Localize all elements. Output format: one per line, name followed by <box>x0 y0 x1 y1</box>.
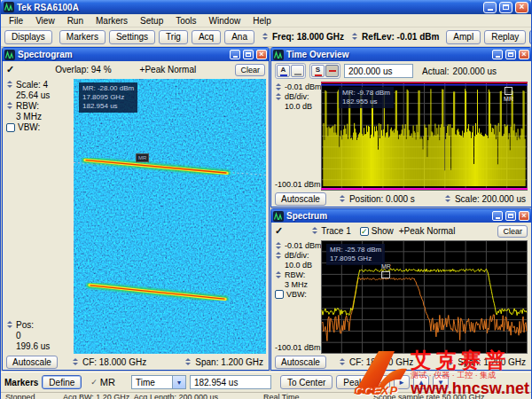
panel-minimize-button[interactable] <box>230 50 240 59</box>
span-readout[interactable]: Span: 1.200 GHz <box>195 357 263 367</box>
minimize-button[interactable] <box>483 2 497 13</box>
peak-right-button[interactable]: ► <box>394 375 410 389</box>
scale-spinner-icon[interactable] <box>444 195 451 203</box>
to-center-button[interactable]: To Center <box>280 375 332 389</box>
ampl-button[interactable]: Ampl <box>446 30 481 44</box>
spectrogram-plot[interactable]: MR: -28.00 dBm 17.8095 GHz 182.954 us MR <box>74 79 266 354</box>
vbw-control[interactable]: VBW: <box>6 122 74 132</box>
panel-close-button[interactable]: × <box>519 211 529 221</box>
spectrum-time-manual-button[interactable] <box>325 65 339 77</box>
displays-button[interactable]: Displays <box>4 30 52 44</box>
trace-selector[interactable]: Trace 1 <box>311 226 351 236</box>
workspace: Spectrogram × ✓ Overlap: 94 % +Peak Norm… <box>1 47 531 372</box>
panel-close-button[interactable]: × <box>519 50 529 59</box>
arrow-left-icon: ◄ <box>379 379 386 387</box>
peak-higher-button[interactable]: ▲ <box>413 375 429 389</box>
detection-readout[interactable]: +Peak Normal <box>399 226 456 236</box>
autoscale-button[interactable]: Autoscale <box>6 356 58 369</box>
time-overview-plot[interactable]: MR: -9.78 dBm 182.955 us MR <box>321 82 528 191</box>
ana-button[interactable]: Ana <box>224 30 254 44</box>
show-control[interactable]: ✓ Show <box>360 226 394 236</box>
mr-marker[interactable]: MR <box>504 87 513 103</box>
dbdiv-value: 10.0 dB <box>275 261 321 270</box>
replay-button[interactable]: Replay <box>484 30 526 44</box>
vbw-checkbox[interactable] <box>6 123 15 132</box>
analysis-time-manual-button[interactable] <box>291 65 304 77</box>
span-readout[interactable]: Span: 1.200 GHz <box>458 357 526 367</box>
autoscale-button[interactable]: Autoscale <box>275 192 326 206</box>
detection-readout[interactable]: +Peak Normal <box>140 65 197 74</box>
window-titlebar[interactable]: Tek RSA6100A × <box>1 0 531 14</box>
analysis-time-auto-button[interactable]: A <box>277 65 290 77</box>
main-toolbar: Displays Markers Settings Trig Acq Ana F… <box>1 27 531 47</box>
menu-tools[interactable]: Tools <box>169 16 202 26</box>
spectrum-titlebar[interactable]: Spectrum × <box>271 209 531 223</box>
menu-setup[interactable]: Setup <box>134 16 169 26</box>
cf-readout[interactable]: CF: 18.000 GHz <box>82 357 146 367</box>
trig-button[interactable]: Trig <box>159 30 188 44</box>
menu-help[interactable]: Help <box>246 16 278 26</box>
panel-maximize-button[interactable] <box>505 50 516 59</box>
show-checkbox[interactable]: ✓ <box>360 227 369 236</box>
freq-spinner-icon[interactable] <box>262 33 269 41</box>
reflev-spinner-icon[interactable] <box>351 33 358 41</box>
scale-readout[interactable]: Scale: 200.000 us <box>455 194 526 204</box>
freq-readout[interactable]: Freq: 18.000 GHz <box>272 32 344 42</box>
position-readout[interactable]: Position: 0.000 s <box>349 194 415 204</box>
acq-mode: Real Time <box>263 393 300 399</box>
maximize-button[interactable] <box>499 2 512 13</box>
analysis-length-field[interactable]: 200.000 us <box>344 64 413 78</box>
vbw-checkbox[interactable] <box>275 290 284 299</box>
vbw-control[interactable]: VBW: <box>275 290 321 299</box>
cf-spinner-icon[interactable] <box>72 358 79 366</box>
pos-control[interactable]: Pos: <box>6 320 74 330</box>
dbdiv-control[interactable]: dB/div: <box>275 92 321 101</box>
marker-position-field[interactable]: 182.954 us <box>190 375 271 389</box>
clear-button[interactable]: Clear <box>235 64 265 76</box>
rbw-control[interactable]: RBW: <box>275 270 321 279</box>
mr-marker[interactable]: MR <box>381 263 391 278</box>
menu-window[interactable]: Window <box>203 16 247 26</box>
top-ref-control[interactable]: -0.01 dBm <box>275 241 321 250</box>
position-spinner-icon[interactable] <box>339 195 346 203</box>
peak-left-button[interactable]: ◄ <box>374 375 390 389</box>
close-button[interactable]: × <box>515 2 528 13</box>
cf-readout[interactable]: CF: 18.000 GHz <box>349 357 413 367</box>
spectrum-plot[interactable]: MR: -25.78 dBm 17.8095 GHz MR <box>321 240 528 354</box>
menu-run[interactable]: Run <box>61 16 90 26</box>
span-spinner-icon[interactable] <box>447 358 454 366</box>
cf-spinner-icon[interactable] <box>339 358 346 366</box>
menu-file[interactable]: File <box>3 16 29 26</box>
reflev-readout[interactable]: RefLev: -0.01 dBm <box>362 32 439 42</box>
selected-marker[interactable]: ✓ MR <box>90 377 115 387</box>
panel-maximize-button[interactable] <box>243 50 254 59</box>
dbdiv-control[interactable]: dB/div: <box>275 251 321 260</box>
span-spinner-icon[interactable] <box>184 358 192 366</box>
settings-button[interactable]: Settings <box>109 30 155 44</box>
panel-maximize-button[interactable] <box>505 211 516 221</box>
autoscale-button[interactable]: Autoscale <box>275 356 326 369</box>
spectrogram-titlebar[interactable]: Spectrogram × <box>3 48 269 61</box>
marker-readout: MR: -25.78 dBm 17.8095 GHz <box>326 244 385 265</box>
peak-lower-button[interactable]: ▼ <box>433 375 449 389</box>
peak-button[interactable]: Peak <box>336 375 371 389</box>
top-ref-control[interactable]: -0.01 dBm <box>275 82 321 91</box>
menu-view[interactable]: View <box>29 16 61 26</box>
mr-marker[interactable]: MR <box>136 153 149 162</box>
rbw-control[interactable]: RBW: <box>6 101 74 111</box>
menu-markers[interactable]: Markers <box>90 16 134 26</box>
marker-domain-combo[interactable]: Time ▾ <box>131 375 186 389</box>
define-markers-button[interactable]: Define <box>42 375 82 389</box>
display-selected-check-icon[interactable]: ✓ <box>6 64 14 75</box>
overlap-readout[interactable]: Overlap: 94 % <box>55 65 111 74</box>
display-selected-check-icon[interactable]: ✓ <box>275 225 283 237</box>
acq-button[interactable]: Acq <box>192 30 221 44</box>
markers-button[interactable]: Markers <box>59 30 106 44</box>
scale-control[interactable]: Scale: 4 <box>6 80 74 90</box>
panel-minimize-button[interactable] <box>492 211 503 221</box>
panel-minimize-button[interactable] <box>492 50 503 59</box>
spectrum-time-auto-button[interactable]: S <box>311 65 325 77</box>
panel-close-button[interactable]: × <box>256 50 267 59</box>
clear-button[interactable]: Clear <box>497 225 528 238</box>
time-overview-titlebar[interactable]: Time Overview × <box>271 48 531 61</box>
